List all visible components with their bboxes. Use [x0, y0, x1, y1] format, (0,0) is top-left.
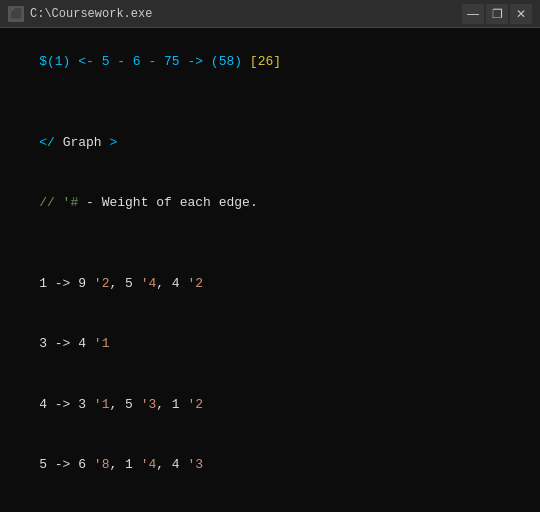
edge-4: 5 -> 6 '8, 1 '4, 4 '3	[8, 435, 532, 495]
app-title: C:\Coursework.exe	[30, 7, 152, 21]
console-area: $(1) <- 5 - 6 - 75 -> (58) [26] </ Graph…	[0, 28, 540, 512]
maximize-button[interactable]: ❐	[486, 4, 508, 24]
edge-2: 3 -> 4 '1	[8, 314, 532, 374]
title-bar: ⬛ C:\Coursework.exe — ❐ ✕	[0, 0, 540, 28]
edge-3: 4 -> 3 '1, 5 '3, 1 '2	[8, 374, 532, 434]
close-button[interactable]: ✕	[510, 4, 532, 24]
app-icon: ⬛	[8, 6, 24, 22]
minimize-button[interactable]: —	[462, 4, 484, 24]
edge-5: 6 -> 5 '8, 75 '7	[8, 495, 532, 512]
output-line-1: $(1) <- 5 - 6 - 75 -> (58) [26]	[8, 32, 532, 92]
graph-header: </ Graph >	[8, 113, 532, 173]
graph-comment: // '# - Weight of each edge.	[8, 173, 532, 233]
edge-1: 1 -> 9 '2, 5 '4, 4 '2	[8, 254, 532, 314]
